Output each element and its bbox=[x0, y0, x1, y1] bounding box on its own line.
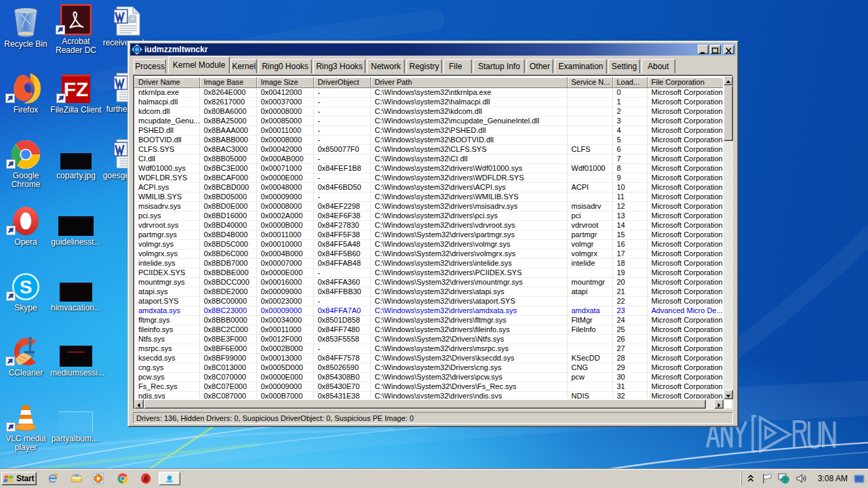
svg-text:FZ: FZ bbox=[64, 78, 89, 100]
svg-text:S: S bbox=[20, 277, 33, 298]
